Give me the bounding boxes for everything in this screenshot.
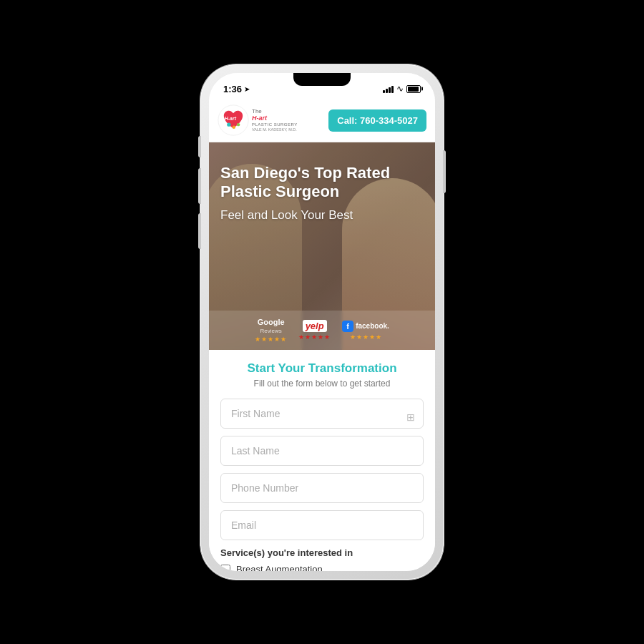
- last-name-input[interactable]: [220, 436, 424, 466]
- facebook-review-badge: f facebook. ★★★★★: [342, 321, 389, 341]
- google-stars: ★★★★★: [255, 336, 287, 343]
- facebook-icon: f: [342, 321, 353, 332]
- reviews-bar: Google Reviews ★★★★★ yelp ★★★★★ f facebo…: [209, 311, 435, 350]
- first-name-input[interactable]: [220, 399, 424, 429]
- site-header: H-art The H-art PLASTIC SURGERY VALE M. …: [209, 99, 435, 142]
- logo-doctor: VALE M. KADESKY, M.D.: [252, 127, 298, 132]
- svg-point-3: [237, 123, 240, 126]
- phone-screen: 1:36 ➤ ∿: [209, 73, 435, 571]
- hero-subtitle: Feel and Look Your Best: [220, 208, 435, 223]
- svg-point-1: [227, 123, 230, 127]
- logo-subtitle: PLASTIC SURGERY: [252, 122, 298, 127]
- svg-text:H-art: H-art: [225, 116, 237, 121]
- status-time: 1:36: [223, 84, 242, 94]
- google-label: Google: [258, 318, 285, 326]
- logo-area: H-art The H-art PLASTIC SURGERY VALE M. …: [218, 104, 298, 136]
- hero-section: San Diego's Top Rated Plastic Surgeon Fe…: [209, 142, 435, 350]
- status-bar: 1:36 ➤ ∿: [209, 73, 435, 99]
- breast-augmentation-checkbox-row: Breast Augmentation: [220, 564, 424, 571]
- services-label: Service(s) you're interested in: [220, 547, 424, 558]
- volume-down-button: [198, 213, 201, 249]
- breast-augmentation-checkbox[interactable]: [220, 565, 230, 572]
- breast-augmentation-label[interactable]: Breast Augmentation: [236, 564, 323, 571]
- yelp-stars: ★★★★★: [298, 333, 331, 341]
- battery-icon: [406, 85, 421, 93]
- silent-button: [198, 136, 201, 157]
- notch: [286, 73, 358, 89]
- facebook-stars: ★★★★★: [350, 333, 382, 341]
- call-button[interactable]: Call: 760-334-5027: [328, 109, 426, 132]
- notch-inner: [293, 73, 351, 86]
- signal-icon: [383, 84, 394, 93]
- phone-device: 1:36 ➤ ∿: [200, 64, 444, 580]
- form-section: Start Your Transformation Fill out the f…: [209, 350, 435, 571]
- svg-point-2: [233, 125, 235, 128]
- yelp-logo: yelp: [303, 320, 327, 332]
- form-subtitle: Fill out the form below to get started: [220, 379, 424, 389]
- hero-text: San Diego's Top Rated Plastic Surgeon Fe…: [220, 164, 435, 223]
- power-button: [443, 150, 446, 193]
- hero-title: San Diego's Top Rated Plastic Surgeon: [220, 164, 435, 202]
- contact-card-icon: ⊞: [406, 411, 415, 423]
- facebook-logo: f facebook.: [342, 321, 389, 332]
- logo-svg: H-art: [218, 104, 249, 136]
- location-arrow-icon: ➤: [244, 85, 250, 93]
- google-review-badge: Google Reviews ★★★★★: [255, 318, 287, 343]
- volume-up-button: [198, 168, 201, 204]
- wifi-icon: ∿: [396, 84, 404, 94]
- google-reviews-text: Reviews: [260, 328, 282, 334]
- facebook-text: facebook.: [356, 322, 389, 330]
- form-title: Start Your Transformation: [220, 361, 424, 376]
- phone-number-input[interactable]: [220, 473, 424, 503]
- yelp-review-badge: yelp ★★★★★: [298, 320, 331, 341]
- first-name-field-wrapper: ⊞: [220, 399, 424, 436]
- status-icons: ∿: [383, 84, 421, 94]
- email-input[interactable]: [220, 510, 424, 540]
- phone-content[interactable]: H-art The H-art PLASTIC SURGERY VALE M. …: [209, 99, 435, 571]
- logo-name: H-art: [252, 115, 298, 122]
